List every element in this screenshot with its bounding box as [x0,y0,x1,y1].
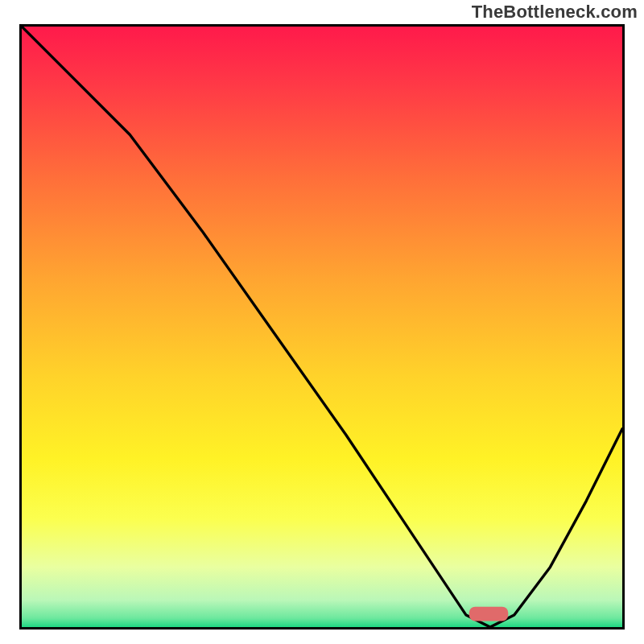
chart-svg [22,27,622,627]
optimal-marker [469,607,508,621]
plot-area [19,24,625,630]
chart-container: TheBottleneck.com [0,0,644,644]
watermark-text: TheBottleneck.com [472,2,638,23]
